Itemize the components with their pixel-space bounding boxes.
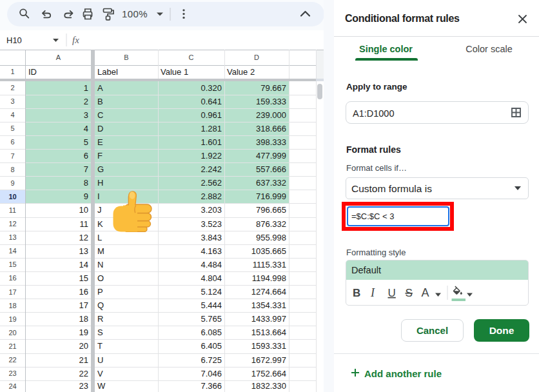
svg-text:I: I <box>370 286 375 299</box>
svg-text:100%: 100% <box>122 8 148 19</box>
svg-text:U: U <box>388 287 396 299</box>
svg-text:A: A <box>422 286 429 299</box>
svg-text:B: B <box>353 287 360 299</box>
svg-text:S: S <box>406 287 413 299</box>
